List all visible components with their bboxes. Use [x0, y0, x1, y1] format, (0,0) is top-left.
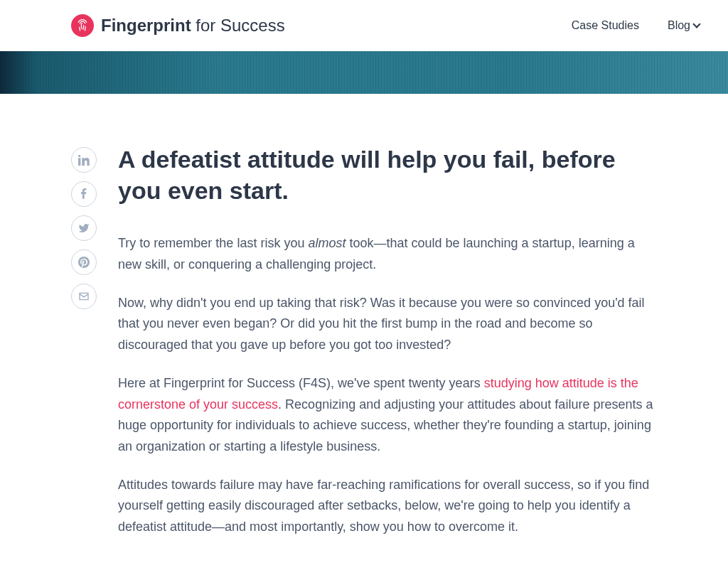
article-title: A defeatist attitude will help you fail,…: [118, 144, 658, 206]
nav: Case Studies Blog: [572, 19, 700, 32]
logo-light: for Success: [191, 16, 285, 35]
logo[interactable]: Fingerprint for Success: [71, 14, 285, 37]
hero-banner: [0, 51, 728, 94]
twitter-icon[interactable]: [71, 215, 97, 241]
social-sidebar: [71, 144, 97, 555]
article-body: Try to remember the last risk you almost…: [118, 233, 658, 537]
paragraph-1: Try to remember the last risk you almost…: [118, 233, 658, 275]
facebook-icon[interactable]: [71, 181, 97, 207]
paragraph-4: Attitudes towards failure may have far-r…: [118, 475, 658, 538]
paragraph-3: Here at Fingerprint for Success (F4S), w…: [118, 373, 658, 458]
nav-case-studies[interactable]: Case Studies: [572, 19, 639, 32]
header: Fingerprint for Success Case Studies Blo…: [0, 0, 728, 51]
article: A defeatist attitude will help you fail,…: [118, 144, 658, 555]
logo-text: Fingerprint for Success: [101, 16, 285, 36]
paragraph-2: Now, why didn't you end up taking that r…: [118, 293, 658, 356]
content-wrapper: A defeatist attitude will help you fail,…: [0, 144, 728, 555]
logo-bold: Fingerprint: [101, 16, 191, 35]
chevron-down-icon: [692, 20, 700, 28]
email-icon[interactable]: [71, 284, 97, 309]
pinterest-icon[interactable]: [71, 249, 97, 275]
nav-blog[interactable]: Blog: [668, 19, 700, 32]
fingerprint-icon: [71, 14, 94, 37]
linkedin-icon[interactable]: [71, 147, 97, 173]
nav-blog-label: Blog: [668, 19, 690, 32]
